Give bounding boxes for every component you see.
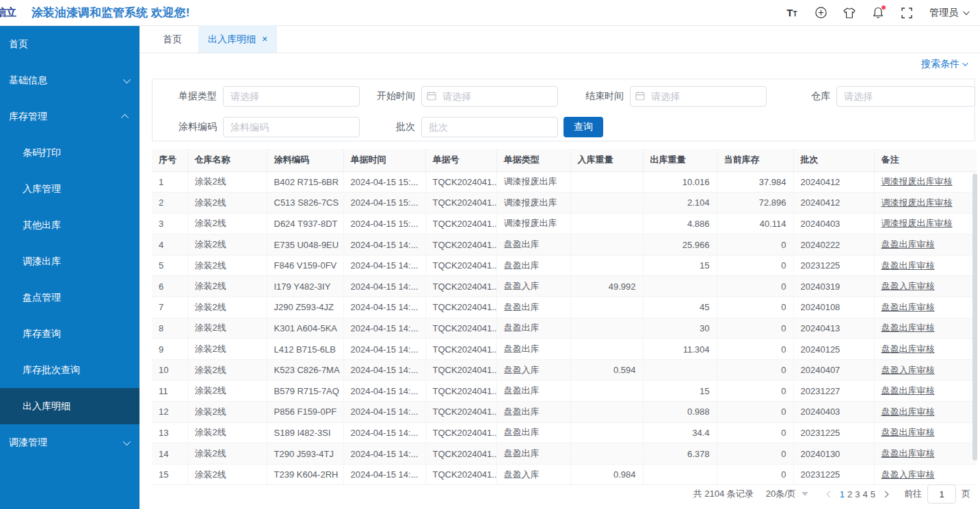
- table-row[interactable]: 2涂装2线C513 S826-7CS2024-04-15 15:...TQCK2…: [152, 193, 977, 214]
- remark-link[interactable]: 盘盈出库审核: [874, 318, 977, 339]
- table-row[interactable]: 11涂装2线B579 R715-7AQ2024-04-15 14:...TQCK…: [152, 381, 977, 402]
- table-row[interactable]: 15涂装2线T239 K604-2RH2024-04-15 14:...TQCK…: [152, 464, 977, 485]
- column-header[interactable]: 仓库名称: [187, 149, 267, 171]
- sidebar-item-paint-outbound[interactable]: 调漆出库: [0, 243, 140, 279]
- remark-link[interactable]: 盘盈出库审核: [874, 255, 977, 276]
- tab-home[interactable]: 首页: [156, 25, 189, 53]
- remark-link[interactable]: 调漆报废出库审核: [874, 171, 977, 193]
- theme-shirt-icon[interactable]: [843, 7, 856, 19]
- circle-plus-icon[interactable]: [815, 7, 827, 19]
- table-row[interactable]: 3涂装2线D624 T937-8DT2024-04-15 15:...TQCK2…: [152, 213, 977, 234]
- column-header[interactable]: 单据类型: [496, 149, 570, 171]
- table-cell: I179 Y482-3IY: [267, 276, 343, 297]
- sidebar-item-other-outbound[interactable]: 其他出库: [0, 207, 140, 243]
- sidebar-item-stock-batch-query[interactable]: 库存批次查询: [0, 352, 140, 388]
- table-row[interactable]: 5涂装2线F846 V159-0FV2024-04-15 14:...TQCK2…: [152, 255, 977, 276]
- font-size-icon[interactable]: TT: [786, 7, 798, 19]
- tab-inout-detail[interactable]: 出入库明细×: [198, 25, 277, 53]
- sidebar-item-stock-query[interactable]: 库存查询: [0, 316, 140, 352]
- column-header[interactable]: 备注: [874, 149, 977, 171]
- table-row[interactable]: 13涂装2线S189 I482-3SI2024-04-15 14:...TQCK…: [152, 422, 977, 443]
- remark-link[interactable]: 盘盈出库审核: [874, 297, 977, 318]
- remark-link[interactable]: 调漆报废出库审核: [874, 213, 977, 234]
- paint-code-input[interactable]: [223, 117, 360, 137]
- sidebar-item-barcode-print[interactable]: 条码打印: [0, 135, 140, 171]
- table-row[interactable]: 4涂装2线E735 U048-9EU2024-04-15 14:...TQCK2…: [152, 234, 977, 256]
- table-cell: 涂装2线: [187, 193, 267, 214]
- remark-link[interactable]: 调漆报废出库审核: [874, 193, 977, 214]
- remark-link[interactable]: 盘盈出库审核: [874, 381, 977, 402]
- column-header[interactable]: 入库重量: [570, 149, 643, 171]
- table-cell: K301 A604-5KA: [267, 318, 343, 339]
- table-cell: L412 B715-6LB: [267, 339, 343, 360]
- remark-link[interactable]: 盘盈出库审核: [874, 422, 977, 443]
- next-page-button[interactable]: [877, 492, 893, 497]
- close-icon[interactable]: ×: [262, 34, 267, 44]
- search-conditions-toggle[interactable]: 搜索条件: [921, 58, 966, 70]
- remark-link[interactable]: 盘盈出库审核: [874, 443, 977, 465]
- sidebar-item-inventory-management[interactable]: 库存管理: [0, 98, 140, 135]
- table-row[interactable]: 6涂装2线I179 Y482-3IY2024-04-15 14:...TQCK2…: [152, 276, 977, 297]
- column-header[interactable]: 出库重量: [643, 149, 717, 171]
- table-row[interactable]: 1涂装2线B402 R715-6BR2024-04-15 15:...TQCK2…: [152, 171, 977, 193]
- batch-input[interactable]: [421, 117, 558, 137]
- table-cell: 0: [717, 443, 793, 465]
- table-cell: 0: [717, 276, 793, 297]
- remark-link[interactable]: 盘盈出库审核: [874, 402, 977, 423]
- fullscreen-icon[interactable]: [901, 7, 913, 19]
- page-number-5[interactable]: 5: [869, 489, 877, 499]
- prev-page-button[interactable]: [822, 492, 838, 497]
- table-cell: B402 R715-6BR: [267, 171, 343, 193]
- warehouse-input[interactable]: [836, 86, 975, 107]
- table-cell: 2024-04-15 14:...: [343, 359, 425, 381]
- bell-icon[interactable]: [872, 7, 884, 19]
- table-cell: 涂装2线: [187, 276, 267, 297]
- doc-type-input[interactable]: [223, 86, 360, 107]
- sidebar-item-inout-detail[interactable]: 出入库明细: [0, 388, 140, 424]
- sidebar-item-basic-info[interactable]: 基础信息: [0, 62, 140, 98]
- sidebar-item-home[interactable]: 首页: [0, 26, 140, 62]
- table-cell: 盘盈出库: [496, 443, 570, 465]
- remark-link[interactable]: 盘盈出库审核: [874, 339, 977, 360]
- column-header[interactable]: 单据号: [425, 149, 496, 171]
- table-row[interactable]: 8涂装2线K301 A604-5KA2024-04-15 14:...TQCK2…: [152, 318, 977, 339]
- page-size-select[interactable]: 20条/页: [766, 488, 808, 500]
- table-cell: 2024-04-15 14:...: [343, 402, 425, 423]
- sidebar-item-stocktake-management[interactable]: 盘点管理: [0, 279, 140, 316]
- app-logo-text: 信立: [0, 6, 16, 18]
- remark-link[interactable]: 盘盈入库审核: [874, 464, 977, 485]
- column-header[interactable]: 序号: [152, 149, 187, 171]
- column-header[interactable]: 涂料编码: [267, 149, 343, 171]
- user-menu[interactable]: 管理员: [929, 7, 968, 19]
- remark-link[interactable]: 盘盈入库审核: [874, 276, 977, 297]
- table-cell: [570, 402, 643, 423]
- table-row[interactable]: 10涂装2线K523 C826-7MA2024-04-15 14:...TQCK…: [152, 359, 977, 381]
- column-header[interactable]: 单据时间: [343, 149, 425, 171]
- sidebar-menu: 首页基础信息库存管理条码打印入库管理其他出库调漆出库盘点管理库存查询库存批次查询…: [0, 26, 140, 509]
- top-header: 信立 涂装油漆调和监管系统 欢迎您! TT 管理员: [0, 0, 980, 26]
- table-row[interactable]: 9涂装2线L412 B715-6LB2024-04-15 14:...TQCK2…: [152, 339, 977, 360]
- end-time-input[interactable]: [630, 86, 767, 107]
- table-row[interactable]: 12涂装2线P856 F159-0PF2024-04-15 14:...TQCK…: [152, 402, 977, 423]
- table-row[interactable]: 14涂装2线T290 J593-4TJ2024-04-15 14:...TQCK…: [152, 443, 977, 465]
- vertical-scrollbar[interactable]: [972, 174, 977, 460]
- sidebar-item-paint-blend-management[interactable]: 调漆管理: [0, 424, 140, 460]
- table-row[interactable]: 7涂装2线J290 Z593-4JZ2024-04-15 14:...TQCK2…: [152, 297, 977, 318]
- query-button[interactable]: 查询: [564, 117, 603, 137]
- goto-page-input[interactable]: [927, 484, 956, 504]
- start-time-input[interactable]: [421, 86, 558, 107]
- remark-link[interactable]: 盘盈入库审核: [874, 359, 977, 381]
- table-cell: 40.114: [717, 213, 793, 234]
- sidebar-item-inbound-management[interactable]: 入库管理: [0, 171, 140, 207]
- column-header[interactable]: 批次: [793, 149, 874, 171]
- column-header[interactable]: 当前库存: [717, 149, 793, 171]
- page-number-2[interactable]: 2: [846, 489, 853, 499]
- table-cell: 盘盈出库: [496, 255, 570, 276]
- page-number-3[interactable]: 3: [853, 489, 861, 499]
- table-cell: 涂装2线: [187, 339, 267, 360]
- remark-link[interactable]: 盘盈出库审核: [874, 234, 977, 256]
- table-cell: 0.988: [643, 402, 717, 423]
- table-cell: TQCK2024041....: [425, 276, 496, 297]
- page-number-4[interactable]: 4: [862, 489, 869, 499]
- page-number-1[interactable]: 1: [838, 489, 846, 499]
